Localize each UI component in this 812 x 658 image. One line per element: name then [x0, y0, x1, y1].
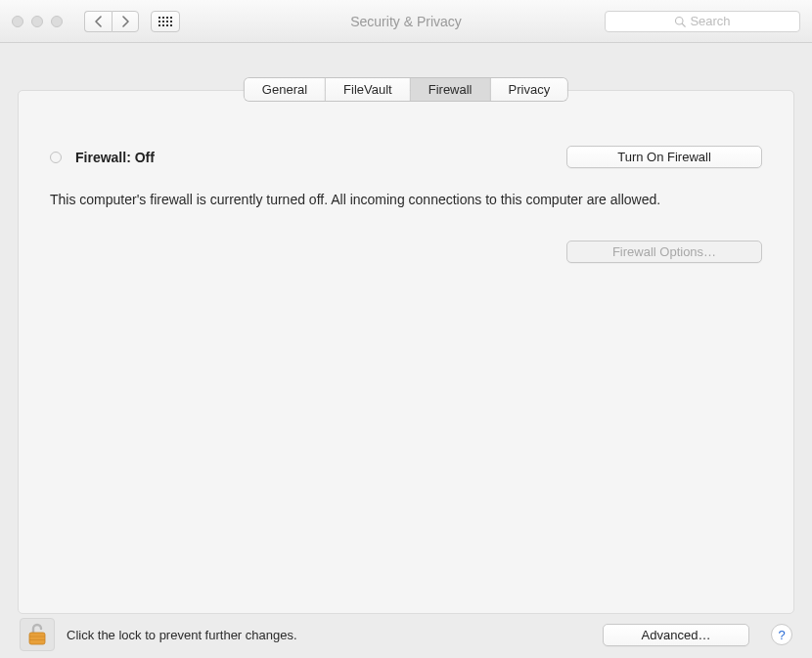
grid-icon [158, 17, 172, 26]
close-window-button[interactable] [12, 16, 23, 27]
lock-button[interactable] [20, 618, 55, 651]
svg-rect-4 [29, 636, 45, 637]
help-button[interactable]: ? [771, 624, 792, 645]
firewall-panel: Firewall: Off Turn On Firewall This comp… [18, 90, 794, 614]
firewall-status-indicator-icon [50, 152, 62, 163]
firewall-options-button[interactable]: Firewall Options… [566, 241, 762, 263]
unlocked-lock-icon [26, 623, 48, 646]
window-controls [12, 16, 63, 27]
chevron-left-icon [94, 16, 103, 27]
nav-group [84, 11, 139, 32]
svg-rect-2 [29, 633, 45, 644]
window-body: GeneralFileVaultFirewallPrivacy Firewall… [0, 43, 812, 658]
search-placeholder: Search [690, 14, 730, 28]
turn-on-firewall-button[interactable]: Turn On Firewall [566, 146, 762, 168]
firewall-status-row: Firewall: Off Turn On Firewall [50, 146, 762, 168]
firewall-description: This computer's firewall is currently tu… [50, 190, 676, 211]
zoom-window-button[interactable] [51, 16, 63, 27]
chevron-right-icon [121, 16, 130, 27]
forward-button[interactable] [112, 11, 139, 32]
tab-firewall[interactable]: Firewall [411, 78, 491, 101]
firewall-status-label: Firewall: Off [75, 150, 155, 165]
lock-hint: Click the lock to prevent further change… [67, 628, 297, 642]
svg-rect-5 [29, 639, 45, 640]
show-all-button[interactable] [151, 11, 180, 32]
tab-filevault[interactable]: FileVault [326, 78, 411, 101]
search-input[interactable]: Search [605, 11, 800, 32]
tab-privacy[interactable]: Privacy [491, 78, 568, 101]
advanced-button[interactable]: Advanced… [603, 624, 749, 646]
footer: Click the lock to prevent further change… [0, 611, 812, 658]
tab-general[interactable]: General [245, 78, 326, 101]
minimize-window-button[interactable] [31, 16, 43, 27]
search-icon [674, 16, 686, 27]
tabs: GeneralFileVaultFirewallPrivacy [245, 78, 567, 101]
svg-line-1 [683, 23, 686, 26]
back-button[interactable] [84, 11, 112, 32]
titlebar: Security & Privacy Search [0, 0, 812, 43]
